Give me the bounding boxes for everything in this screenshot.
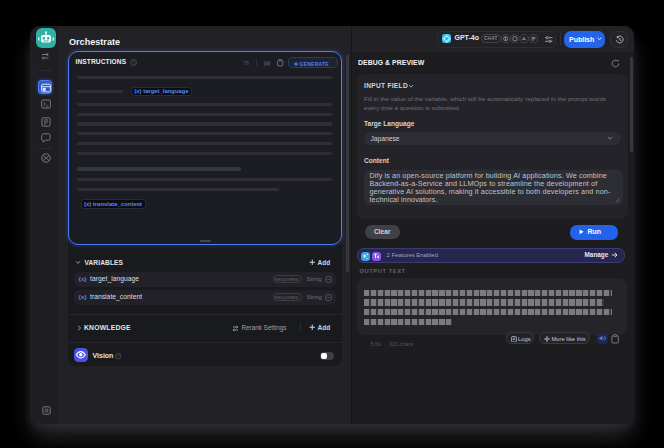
- svg-text:?: ?: [132, 60, 135, 65]
- svg-text:?: ?: [117, 353, 120, 358]
- svg-text:{x}: {x}: [264, 60, 270, 66]
